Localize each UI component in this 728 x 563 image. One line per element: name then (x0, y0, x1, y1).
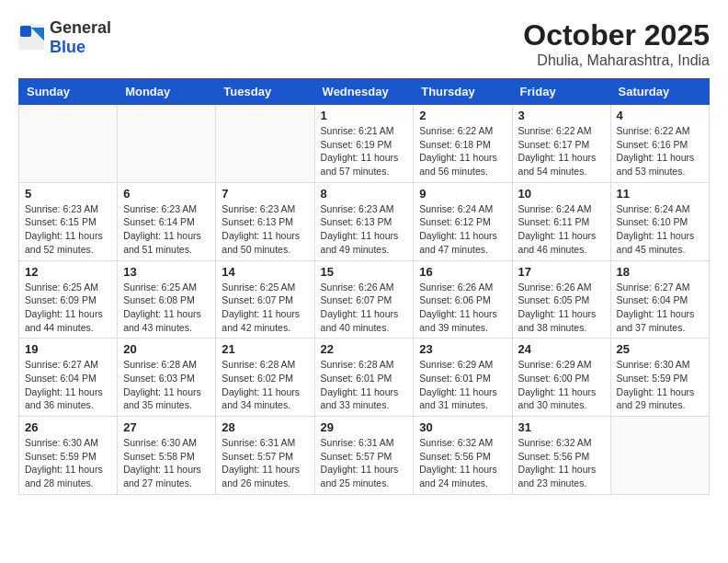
day-info: Sunrise: 6:29 AM Sunset: 6:00 PM Dayligh… (518, 358, 605, 412)
calendar-cell: 19Sunrise: 6:27 AM Sunset: 6:04 PM Dayli… (19, 339, 118, 417)
calendar-cell (610, 417, 709, 495)
day-number: 8 (321, 187, 408, 201)
day-number: 18 (617, 265, 703, 279)
day-info: Sunrise: 6:22 AM Sunset: 6:17 PM Dayligh… (518, 124, 605, 178)
calendar-table: SundayMondayTuesdayWednesdayThursdayFrid… (18, 78, 710, 495)
day-number: 19 (25, 342, 111, 356)
calendar-cell: 7Sunrise: 6:23 AM Sunset: 6:13 PM Daylig… (216, 182, 314, 260)
day-info: Sunrise: 6:23 AM Sunset: 6:13 PM Dayligh… (321, 202, 408, 257)
day-info: Sunrise: 6:24 AM Sunset: 6:11 PM Dayligh… (518, 202, 605, 257)
calendar-cell: 23Sunrise: 6:29 AM Sunset: 6:01 PM Dayli… (414, 339, 512, 417)
calendar-cell: 31Sunrise: 6:32 AM Sunset: 5:56 PM Dayli… (512, 417, 610, 495)
calendar-cell: 8Sunrise: 6:23 AM Sunset: 6:13 PM Daylig… (314, 182, 414, 260)
calendar-week-row: 5Sunrise: 6:23 AM Sunset: 6:15 PM Daylig… (19, 182, 710, 260)
day-number: 20 (123, 342, 210, 356)
calendar-week-row: 26Sunrise: 6:30 AM Sunset: 5:59 PM Dayli… (19, 417, 710, 495)
day-info: Sunrise: 6:26 AM Sunset: 6:06 PM Dayligh… (419, 281, 506, 335)
day-info: Sunrise: 6:31 AM Sunset: 5:57 PM Dayligh… (321, 436, 408, 490)
day-info: Sunrise: 6:22 AM Sunset: 6:16 PM Dayligh… (617, 124, 703, 178)
day-number: 11 (617, 187, 703, 201)
day-info: Sunrise: 6:25 AM Sunset: 6:09 PM Dayligh… (25, 281, 111, 335)
day-info: Sunrise: 6:32 AM Sunset: 5:56 PM Dayligh… (419, 436, 506, 490)
day-info: Sunrise: 6:24 AM Sunset: 6:12 PM Dayligh… (419, 202, 506, 257)
day-info: Sunrise: 6:30 AM Sunset: 5:59 PM Dayligh… (25, 436, 111, 490)
day-info: Sunrise: 6:28 AM Sunset: 6:02 PM Dayligh… (222, 358, 308, 412)
calendar-cell: 29Sunrise: 6:31 AM Sunset: 5:57 PM Dayli… (314, 417, 414, 495)
calendar-week-row: 19Sunrise: 6:27 AM Sunset: 6:04 PM Dayli… (19, 339, 710, 417)
calendar-cell: 30Sunrise: 6:32 AM Sunset: 5:56 PM Dayli… (414, 417, 512, 495)
location-title: Dhulia, Maharashtra, India (523, 52, 710, 69)
day-number: 16 (419, 265, 506, 279)
calendar-cell: 17Sunrise: 6:26 AM Sunset: 6:05 PM Dayli… (512, 260, 610, 339)
day-number: 3 (518, 109, 605, 122)
day-info: Sunrise: 6:28 AM Sunset: 6:03 PM Dayligh… (123, 358, 210, 412)
calendar-cell: 15Sunrise: 6:26 AM Sunset: 6:07 PM Dayli… (314, 260, 414, 339)
calendar-cell: 10Sunrise: 6:24 AM Sunset: 6:11 PM Dayli… (512, 182, 610, 260)
day-info: Sunrise: 6:24 AM Sunset: 6:10 PM Dayligh… (617, 202, 703, 257)
day-info: Sunrise: 6:27 AM Sunset: 6:04 PM Dayligh… (617, 281, 703, 335)
calendar-cell: 9Sunrise: 6:24 AM Sunset: 6:12 PM Daylig… (414, 182, 512, 260)
day-number: 9 (419, 187, 506, 201)
weekday-header-monday: Monday (118, 79, 216, 105)
day-number: 17 (518, 265, 605, 279)
weekday-header-saturday: Saturday (610, 79, 709, 105)
calendar-cell: 6Sunrise: 6:23 AM Sunset: 6:14 PM Daylig… (118, 182, 216, 260)
day-number: 5 (25, 187, 111, 201)
calendar-cell: 1Sunrise: 6:21 AM Sunset: 6:19 PM Daylig… (314, 105, 414, 183)
day-info: Sunrise: 6:30 AM Sunset: 5:59 PM Dayligh… (617, 358, 703, 412)
day-number: 12 (25, 265, 111, 279)
logo-icon (18, 24, 46, 52)
calendar-week-row: 12Sunrise: 6:25 AM Sunset: 6:09 PM Dayli… (19, 260, 710, 339)
weekday-header-friday: Friday (512, 79, 610, 105)
day-number: 4 (617, 109, 703, 122)
day-info: Sunrise: 6:25 AM Sunset: 6:07 PM Dayligh… (222, 281, 308, 335)
day-number: 21 (222, 342, 308, 356)
day-number: 25 (617, 342, 703, 356)
calendar-cell: 4Sunrise: 6:22 AM Sunset: 6:16 PM Daylig… (610, 105, 709, 183)
calendar-cell: 18Sunrise: 6:27 AM Sunset: 6:04 PM Dayli… (610, 260, 709, 339)
calendar-cell (118, 105, 216, 183)
day-number: 28 (222, 420, 308, 434)
calendar-cell: 24Sunrise: 6:29 AM Sunset: 6:00 PM Dayli… (512, 339, 610, 417)
day-number: 26 (25, 420, 111, 434)
calendar-cell (19, 105, 118, 183)
svg-rect-3 (20, 26, 31, 37)
logo-text-blue: Blue (50, 38, 85, 56)
calendar-cell: 2Sunrise: 6:22 AM Sunset: 6:18 PM Daylig… (414, 105, 512, 183)
day-info: Sunrise: 6:23 AM Sunset: 6:15 PM Dayligh… (25, 202, 111, 257)
day-info: Sunrise: 6:23 AM Sunset: 6:13 PM Dayligh… (222, 202, 308, 257)
day-number: 13 (123, 265, 210, 279)
weekday-header-thursday: Thursday (414, 79, 512, 105)
day-info: Sunrise: 6:26 AM Sunset: 6:05 PM Dayligh… (518, 281, 605, 335)
day-number: 22 (321, 342, 408, 356)
day-number: 23 (419, 342, 506, 356)
day-info: Sunrise: 6:23 AM Sunset: 6:14 PM Dayligh… (123, 202, 210, 257)
day-number: 29 (321, 420, 408, 434)
calendar-week-row: 1Sunrise: 6:21 AM Sunset: 6:19 PM Daylig… (19, 105, 710, 183)
day-info: Sunrise: 6:29 AM Sunset: 6:01 PM Dayligh… (419, 358, 506, 412)
day-info: Sunrise: 6:21 AM Sunset: 6:19 PM Dayligh… (321, 124, 408, 178)
day-info: Sunrise: 6:30 AM Sunset: 5:58 PM Dayligh… (123, 436, 210, 490)
weekday-header-wednesday: Wednesday (314, 79, 414, 105)
weekday-header-sunday: Sunday (19, 79, 118, 105)
calendar-cell: 11Sunrise: 6:24 AM Sunset: 6:10 PM Dayli… (610, 182, 709, 260)
logo-text-general: General (50, 18, 111, 37)
day-number: 27 (123, 420, 210, 434)
calendar-cell: 5Sunrise: 6:23 AM Sunset: 6:15 PM Daylig… (19, 182, 118, 260)
calendar-cell: 21Sunrise: 6:28 AM Sunset: 6:02 PM Dayli… (216, 339, 314, 417)
day-number: 14 (222, 265, 308, 279)
day-info: Sunrise: 6:28 AM Sunset: 6:01 PM Dayligh… (321, 358, 408, 412)
calendar-cell: 20Sunrise: 6:28 AM Sunset: 6:03 PM Dayli… (118, 339, 216, 417)
calendar-cell: 16Sunrise: 6:26 AM Sunset: 6:06 PM Dayli… (414, 260, 512, 339)
page-header: General Blue October 2025 Dhulia, Mahara… (18, 18, 710, 69)
calendar-cell: 14Sunrise: 6:25 AM Sunset: 6:07 PM Dayli… (216, 260, 314, 339)
calendar-cell: 27Sunrise: 6:30 AM Sunset: 5:58 PM Dayli… (118, 417, 216, 495)
day-info: Sunrise: 6:31 AM Sunset: 5:57 PM Dayligh… (222, 436, 308, 490)
calendar-cell: 28Sunrise: 6:31 AM Sunset: 5:57 PM Dayli… (216, 417, 314, 495)
day-number: 7 (222, 187, 308, 201)
day-number: 6 (123, 187, 210, 201)
day-info: Sunrise: 6:22 AM Sunset: 6:18 PM Dayligh… (419, 124, 506, 178)
day-number: 31 (518, 420, 605, 434)
title-section: October 2025 Dhulia, Maharashtra, India (523, 18, 710, 69)
day-number: 10 (518, 187, 605, 201)
